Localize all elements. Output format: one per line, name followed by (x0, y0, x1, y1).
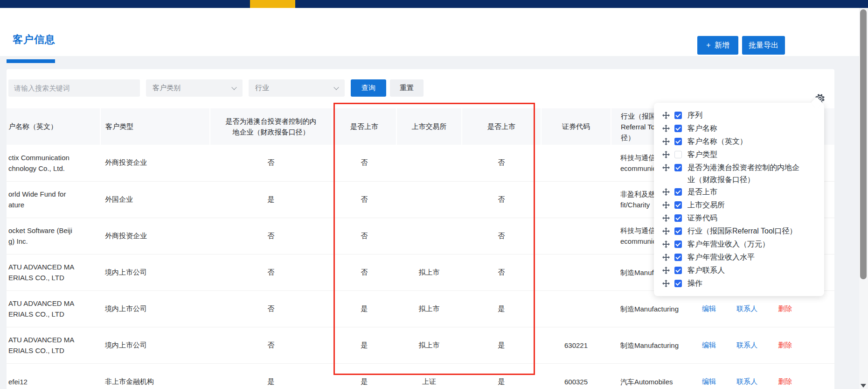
col-header-listed: 是否上市 (332, 108, 396, 145)
column-checkbox[interactable] (674, 227, 682, 235)
cell-hmt: 否 (210, 254, 332, 290)
drag-handle-icon[interactable] (662, 254, 670, 261)
cell-name-en: efei12 (7, 363, 100, 389)
cell-listed: 否 (332, 145, 396, 181)
column-settings-panel: 序列 客户名称 客户名称（英文） (654, 103, 824, 296)
reset-button[interactable]: 重置 (390, 79, 424, 97)
delete-link[interactable]: 删除 (778, 304, 792, 312)
column-checkbox[interactable] (674, 240, 682, 248)
column-setting-item: 客户名称 (654, 122, 824, 135)
navbar-accent-highlight (250, 0, 295, 8)
drag-handle-icon[interactable] (662, 188, 670, 196)
search-input[interactable] (8, 79, 140, 97)
column-setting-item: 客户年营业收入水平 (654, 251, 824, 264)
add-button[interactable]: + 新增 (697, 36, 738, 55)
drag-handle-icon[interactable] (662, 112, 670, 119)
cell-hmt: 否 (210, 145, 332, 181)
cell-name-en: ATU ADVANCED MA ERIALS CO., LTD (7, 254, 100, 290)
cell-listed: 否 (332, 181, 396, 218)
cell-name-en: orld Wide Fund for ature (7, 181, 100, 218)
column-checkbox[interactable] (674, 164, 682, 171)
column-checkbox-label: 上市交易所 (687, 199, 725, 211)
drag-handle-icon[interactable] (662, 164, 670, 171)
cell-hmt: 是 (210, 181, 332, 218)
cell-listed2: 否 (462, 218, 541, 254)
column-checkbox-label: 是否上市 (687, 186, 717, 198)
column-checkbox-label: 客户名称（英文） (687, 135, 747, 148)
column-checkbox-label: 是否为港澳台投资者控制的内地企 业（财政报备口径） (687, 162, 799, 186)
customer-category-select[interactable]: 客户类别 (146, 79, 243, 97)
column-checkbox[interactable] (674, 254, 682, 261)
column-checkbox[interactable] (674, 112, 682, 119)
cell-listed: 否 (332, 218, 396, 254)
table-row: efei12 非上市金融机构 是 是 上证 是 600325 汽车Automob… (7, 363, 834, 389)
cell-type: 境内上市公司 (100, 290, 210, 327)
scrollbar-down-arrow-icon[interactable] (861, 384, 866, 388)
cell-type: 境内上市公司 (100, 254, 210, 290)
column-checkbox[interactable] (674, 138, 682, 145)
drag-handle-icon[interactable] (662, 267, 670, 274)
cell-type: 非上市金融机构 (100, 363, 210, 389)
column-checkbox[interactable] (674, 267, 682, 274)
cell-hmt: 是 (210, 363, 332, 389)
edit-link[interactable]: 编辑 (702, 304, 716, 312)
drag-handle-icon[interactable] (662, 201, 670, 209)
cell-listed: 否 (332, 254, 396, 290)
cell-listed2: 是 (462, 327, 541, 363)
cell-name-en: ocket Software (Beiji g) Inc. (7, 218, 100, 254)
contacts-link[interactable]: 联系人 (736, 341, 757, 349)
cell-listed2: 否 (462, 181, 541, 218)
col-header-name-en: 户名称（英文） (7, 108, 100, 145)
drag-handle-icon[interactable] (662, 138, 670, 145)
column-setting-item: 证券代码 (654, 212, 824, 225)
drag-handle-icon[interactable] (662, 214, 670, 222)
scrollbar-thumb[interactable] (860, 9, 867, 279)
column-checkbox-label: 客户联系人 (687, 264, 725, 276)
edit-link[interactable]: 编辑 (702, 377, 716, 385)
contacts-link[interactable]: 联系人 (736, 377, 757, 385)
cell-hmt: 否 (210, 218, 332, 254)
active-tab-underline (7, 59, 55, 63)
cell-name-en: ATU ADVANCED MA ERIALS CO., LTD (7, 327, 100, 363)
category-select-value: 客户类别 (153, 84, 181, 92)
query-button[interactable]: 查询 (351, 79, 386, 97)
scrollbar-track[interactable] (859, 8, 868, 389)
drag-handle-icon[interactable] (662, 125, 670, 132)
column-checkbox-label: 客户类型 (687, 149, 717, 161)
column-checkbox-label: 客户年营业收入（万元） (687, 238, 770, 250)
column-checkbox[interactable] (674, 201, 682, 209)
cell-hmt: 否 (210, 290, 332, 327)
cell-actions: 编辑 联系人 删除 (684, 327, 834, 363)
delete-link[interactable]: 删除 (778, 377, 792, 385)
column-setting-item: 客户联系人 (654, 264, 824, 277)
cell-industry: 汽车Automobiles (611, 363, 684, 389)
page-title: 客户信息 (13, 33, 56, 47)
cell-sec-code (541, 290, 611, 327)
cell-actions: 编辑 联系人 删除 (684, 363, 834, 389)
cell-exchange (396, 145, 462, 181)
column-checkbox[interactable] (674, 125, 682, 132)
col-header-hmt: 是否为港澳台投资者控制的内 地企业（财政报备口径） (210, 108, 332, 145)
column-checkbox[interactable] (674, 214, 682, 222)
drag-handle-icon[interactable] (662, 227, 670, 235)
drag-handle-icon[interactable] (662, 240, 670, 248)
cell-type: 外商投资企业 (100, 218, 210, 254)
cell-exchange: 拟上市 (396, 254, 462, 290)
col-header-listed2: 是否上市 (462, 108, 541, 145)
cell-type: 境内上市公司 (100, 327, 210, 363)
batch-export-button[interactable]: 批量导出 (742, 36, 785, 55)
industry-select[interactable]: 行业 (249, 79, 345, 97)
cell-name-en: ATU ADVANCED MA ERIALS CO., LTD (7, 290, 100, 327)
column-checkbox[interactable] (674, 151, 682, 158)
drag-handle-icon[interactable] (662, 280, 670, 287)
edit-link[interactable]: 编辑 (702, 341, 716, 349)
column-setting-item: 客户年营业收入（万元） (654, 238, 824, 251)
table-row: ATU ADVANCED MA ERIALS CO., LTD 境内上市公司 否… (7, 327, 834, 363)
delete-link[interactable]: 删除 (778, 341, 792, 349)
column-checkbox[interactable] (674, 188, 682, 196)
add-button-label: 新增 (715, 41, 729, 50)
column-checkbox[interactable] (674, 280, 682, 287)
contacts-link[interactable]: 联系人 (736, 304, 757, 312)
drag-handle-icon[interactable] (662, 151, 670, 158)
cell-listed: 是 (332, 363, 396, 389)
